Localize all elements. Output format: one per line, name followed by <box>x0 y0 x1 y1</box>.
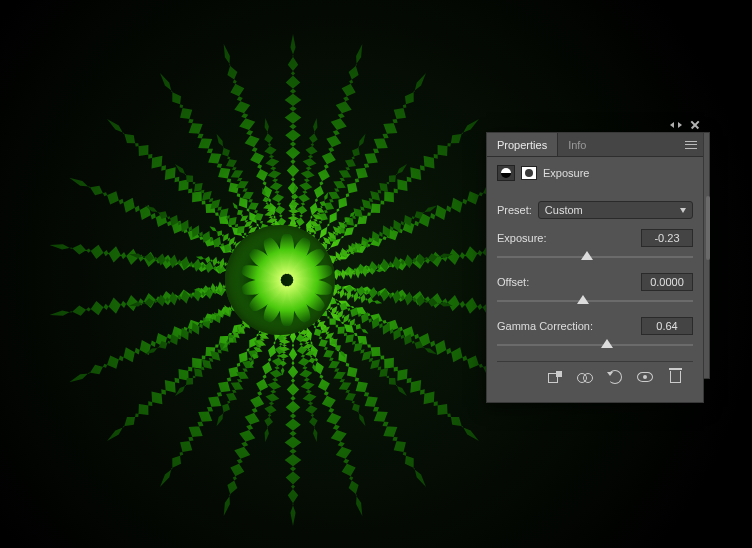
layer-mask-icon[interactable] <box>521 166 537 180</box>
gamma-input[interactable]: 0.64 <box>641 317 693 335</box>
panel-scrollbar[interactable] <box>706 196 710 260</box>
offset-label: Offset: <box>497 276 529 288</box>
exposure-input[interactable]: -0.23 <box>641 229 693 247</box>
preset-label: Preset: <box>497 204 532 216</box>
exposure-slider[interactable] <box>497 251 693 263</box>
offset-slider[interactable] <box>497 295 693 307</box>
delete-button[interactable] <box>667 370 683 384</box>
preset-dropdown[interactable]: Custom <box>538 201 693 219</box>
clip-icon <box>548 371 562 383</box>
tab-info[interactable]: Info <box>558 133 596 156</box>
exposure-label: Exposure: <box>497 232 547 244</box>
gamma-slider[interactable] <box>497 339 693 351</box>
close-panel-icon[interactable] <box>690 120 700 130</box>
reset-icon <box>608 370 622 384</box>
properties-panel: Properties Info Exposure Preset: Custom … <box>486 132 704 403</box>
offset-slider-thumb[interactable] <box>577 295 589 304</box>
gamma-label: Gamma Correction: <box>497 320 593 332</box>
offset-input[interactable]: 0.0000 <box>641 273 693 291</box>
clip-to-layer-button[interactable] <box>547 370 563 384</box>
panel-menu-button[interactable] <box>679 133 703 156</box>
exposure-adjustment-icon <box>497 165 515 181</box>
tab-properties[interactable]: Properties <box>487 133 558 156</box>
panel-tabs: Properties Info <box>487 133 703 157</box>
trash-icon <box>670 371 681 383</box>
adjustment-title: Exposure <box>543 167 589 179</box>
collapse-panel-icon[interactable] <box>670 121 682 129</box>
exposure-slider-thumb[interactable] <box>581 251 593 260</box>
eye-icon <box>637 372 653 382</box>
preset-value: Custom <box>545 204 583 216</box>
gamma-slider-thumb[interactable] <box>601 339 613 348</box>
link-icon <box>577 372 593 382</box>
toggle-visibility-button[interactable] <box>637 370 653 384</box>
hamburger-icon <box>685 141 697 149</box>
reset-button[interactable] <box>607 370 623 384</box>
view-previous-button[interactable] <box>577 370 593 384</box>
